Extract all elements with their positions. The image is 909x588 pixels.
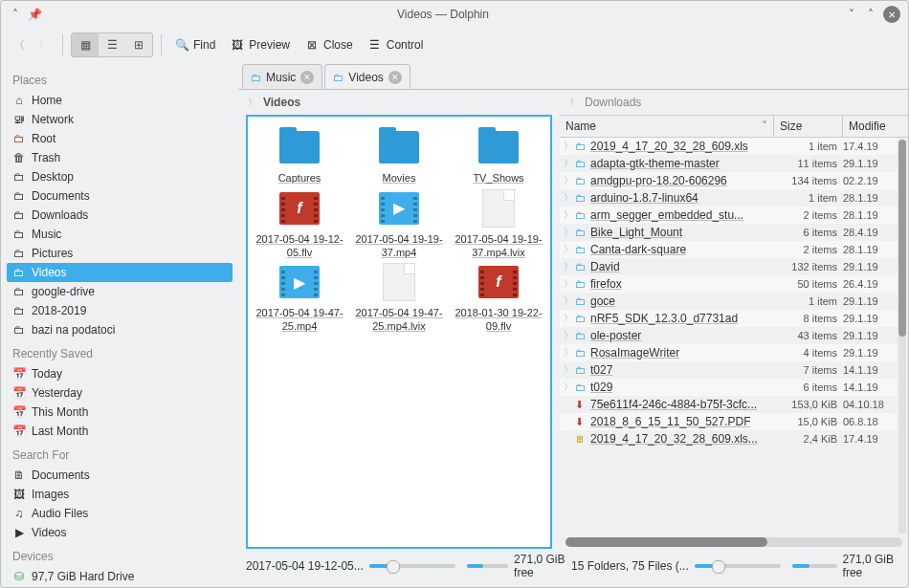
sidebar-item-home[interactable]: ⌂Home bbox=[7, 91, 233, 110]
sidebar-item-root[interactable]: 🗀Root bbox=[7, 129, 233, 148]
col-name[interactable]: Name˅ bbox=[560, 116, 774, 137]
table-row[interactable]: 〉🗀goce1 item29.1.19 bbox=[560, 293, 897, 310]
expand-icon[interactable]: 〉 bbox=[562, 363, 575, 377]
table-row[interactable]: 〉🗀t0277 items14.1.19 bbox=[560, 361, 897, 379]
sidebar-item-google-drive[interactable]: 🗀google-drive bbox=[7, 282, 233, 301]
file-item[interactable]: 2017-05-04 19-19-37.mp4.lvix bbox=[451, 189, 546, 260]
file-item[interactable]: f2017-05-04 19-12-05.flv bbox=[252, 189, 347, 260]
back-button[interactable]: 〈 bbox=[9, 34, 30, 55]
sidebar-item-97,7-gib-hard-drive[interactable]: ⛁97,7 GiB Hard Drive bbox=[7, 567, 233, 586]
expand-icon[interactable]: 〉 bbox=[562, 140, 575, 153]
expand-icon[interactable]: 〉 bbox=[562, 243, 575, 256]
table-row[interactable]: 〉🗀firefox50 items26.4.19 bbox=[560, 275, 897, 293]
col-modified[interactable]: Modifie bbox=[843, 116, 908, 137]
expand-icon[interactable]: 〉 bbox=[562, 226, 575, 239]
control-menu-button[interactable]: ☰Control bbox=[363, 33, 430, 57]
close-tab-icon[interactable]: ✕ bbox=[300, 71, 314, 84]
sidebar-item-2018-2019[interactable]: 🗀2018-2019 bbox=[7, 301, 233, 320]
expand-icon[interactable]: 〉 bbox=[562, 174, 575, 187]
forward-button[interactable]: 〉 bbox=[33, 34, 55, 55]
file-item[interactable]: Movies bbox=[351, 128, 447, 185]
minimize-icon[interactable]: ˅ bbox=[845, 8, 858, 21]
search-heading: Search For bbox=[7, 441, 233, 466]
sidebar-item-documents[interactable]: 🗀Documents bbox=[7, 186, 233, 206]
sidebar-item-desktop[interactable]: 🗀Desktop bbox=[7, 167, 233, 186]
sidebar-item-pictures[interactable]: 🗀Pictures bbox=[7, 244, 233, 263]
table-row[interactable]: 〉🗀ole-poster43 items29.1.19 bbox=[560, 327, 897, 344]
icon-view[interactable]: CapturesMoviesTV_Showsf2017-05-04 19-12-… bbox=[246, 115, 552, 549]
sidebar-item-videos[interactable]: ▶Videos bbox=[7, 523, 233, 542]
detail-list[interactable]: 〉🗀2019_4_17_20_32_28_609.xls1 item17.4.1… bbox=[560, 138, 897, 535]
close-tab-button[interactable]: ⊠Close bbox=[299, 33, 359, 57]
sidebar-item-videos[interactable]: 🗀Videos bbox=[7, 263, 233, 282]
sidebar-item-this-month[interactable]: 📅This Month bbox=[7, 403, 233, 422]
table-row[interactable]: 〉🗀amdgpu-pro-18.20-606296134 items02.2.1… bbox=[560, 172, 897, 189]
table-row[interactable]: 〉🗀t0296 items14.1.19 bbox=[560, 379, 897, 396]
maximize-icon[interactable]: ˄ bbox=[864, 8, 877, 21]
find-button[interactable]: 🔍Find bbox=[169, 33, 221, 57]
sidebar-item-audio-files[interactable]: ♫Audio Files bbox=[7, 504, 233, 523]
horizontal-scrollbar[interactable] bbox=[565, 537, 902, 547]
icons-view-button[interactable]: ▦ bbox=[72, 33, 99, 56]
file-item[interactable]: Captures bbox=[252, 128, 347, 185]
close-tab-icon[interactable]: ✕ bbox=[388, 71, 402, 84]
table-row[interactable]: ⬇2018_8_6_15_11_50_527.PDF15,0 KiB06.8.1… bbox=[560, 413, 897, 430]
close-window-button[interactable]: ✕ bbox=[883, 6, 900, 23]
table-row[interactable]: 🗎2019_4_17_20_32_28_609.xls...2,4 KiB17.… bbox=[560, 430, 897, 447]
sidebar-item-images[interactable]: 🖼Images bbox=[7, 485, 233, 504]
expand-icon[interactable]: 〉 bbox=[562, 260, 575, 273]
table-row[interactable]: 〉🗀adapta-gtk-theme-master11 items29.1.19 bbox=[560, 155, 897, 172]
right-breadcrumb[interactable]: 〉 Downloads bbox=[560, 90, 908, 115]
expand-icon[interactable]: 〉 bbox=[562, 346, 575, 359]
table-row[interactable]: 〉🗀arm_segger_embedded_stu...2 items28.1.… bbox=[560, 207, 897, 224]
row-name: Bike_Light_Mount bbox=[590, 226, 768, 239]
col-size[interactable]: Size bbox=[774, 116, 843, 137]
table-row[interactable]: 〉🗀Canta-dark-square2 items28.1.19 bbox=[560, 241, 897, 258]
sidebar-item-trash[interactable]: 🗑Trash bbox=[7, 148, 233, 167]
table-row[interactable]: 〉🗀RosaImageWriter4 items29.1.19 bbox=[560, 344, 897, 361]
expand-icon[interactable]: 〉 bbox=[562, 277, 575, 291]
sidebar-item-last-month[interactable]: 📅Last Month bbox=[7, 422, 233, 441]
file-item[interactable]: ▶2017-05-04 19-19-37.mp4 bbox=[351, 189, 447, 260]
row-size: 11 items bbox=[768, 158, 837, 169]
place-icon: 🗀 bbox=[12, 189, 26, 203]
expand-icon[interactable]: 〉 bbox=[562, 208, 575, 222]
expand-icon[interactable]: 〉 bbox=[562, 294, 575, 308]
table-row[interactable]: 〉🗀arduino-1.8.7-linux641 item28.1.19 bbox=[560, 189, 897, 207]
table-row[interactable]: ⬇75e611f4-246c-4884-b75f-3cfc...153,0 Ki… bbox=[560, 396, 897, 413]
row-size: 15,0 KiB bbox=[768, 416, 837, 427]
table-row[interactable]: 〉🗀2019_4_17_20_32_28_609.xls1 item17.4.1… bbox=[560, 138, 897, 155]
caret-up-icon[interactable]: ˄ bbox=[9, 8, 22, 21]
sidebar-item-music[interactable]: 🗀Music bbox=[7, 225, 233, 244]
table-row[interactable]: 〉🗀David132 items29.1.19 bbox=[560, 258, 897, 275]
sidebar-item-network[interactable]: 🖳Network bbox=[7, 110, 233, 129]
sidebar-item-downloads[interactable]: 🗀Downloads bbox=[7, 206, 233, 225]
left-breadcrumb[interactable]: 〉 Videos bbox=[238, 90, 560, 115]
expand-icon[interactable]: 〉 bbox=[562, 381, 575, 394]
tab-music[interactable]: 🗀Music✕ bbox=[242, 64, 322, 89]
expand-icon[interactable]: 〉 bbox=[562, 312, 575, 325]
zoom-slider[interactable] bbox=[369, 564, 455, 568]
video-icon: ▶ bbox=[279, 266, 320, 298]
expand-icon[interactable]: 〉 bbox=[562, 191, 575, 205]
expand-icon[interactable]: 〉 bbox=[562, 157, 575, 170]
compact-view-button[interactable]: ☰ bbox=[99, 33, 125, 56]
table-row[interactable]: 〉🗀nRF5_SDK_12.3.0_d7731ad8 items29.1.19 bbox=[560, 310, 897, 327]
sidebar-item-yesterday[interactable]: 📅Yesterday bbox=[7, 383, 233, 403]
file-item[interactable]: ▶2017-05-04 19-47-25.mp4 bbox=[252, 263, 347, 334]
tab-videos[interactable]: 🗀Videos✕ bbox=[324, 64, 410, 89]
row-name: goce bbox=[590, 294, 768, 308]
sidebar-item-today[interactable]: 📅Today bbox=[7, 364, 233, 383]
table-row[interactable]: 〉🗀Bike_Light_Mount6 items28.4.19 bbox=[560, 224, 897, 241]
sidebar-item-documents[interactable]: 🗎Documents bbox=[7, 466, 233, 485]
pin-icon[interactable]: 📌 bbox=[28, 8, 41, 21]
file-item[interactable]: TV_Shows bbox=[451, 128, 546, 185]
file-item[interactable]: 2017-05-04 19-47-25.mp4.lvix bbox=[351, 263, 447, 334]
sidebar-item-bazi-na-podatoci[interactable]: 🗀bazi na podatoci bbox=[7, 320, 233, 339]
zoom-slider[interactable] bbox=[695, 564, 781, 568]
preview-button[interactable]: 🖼Preview bbox=[225, 33, 296, 57]
vertical-scrollbar[interactable] bbox=[898, 140, 906, 534]
file-item[interactable]: f2018-01-30 19-22-09.flv bbox=[451, 263, 546, 334]
details-view-button[interactable]: ⊞ bbox=[125, 33, 152, 56]
expand-icon[interactable]: 〉 bbox=[562, 329, 575, 342]
